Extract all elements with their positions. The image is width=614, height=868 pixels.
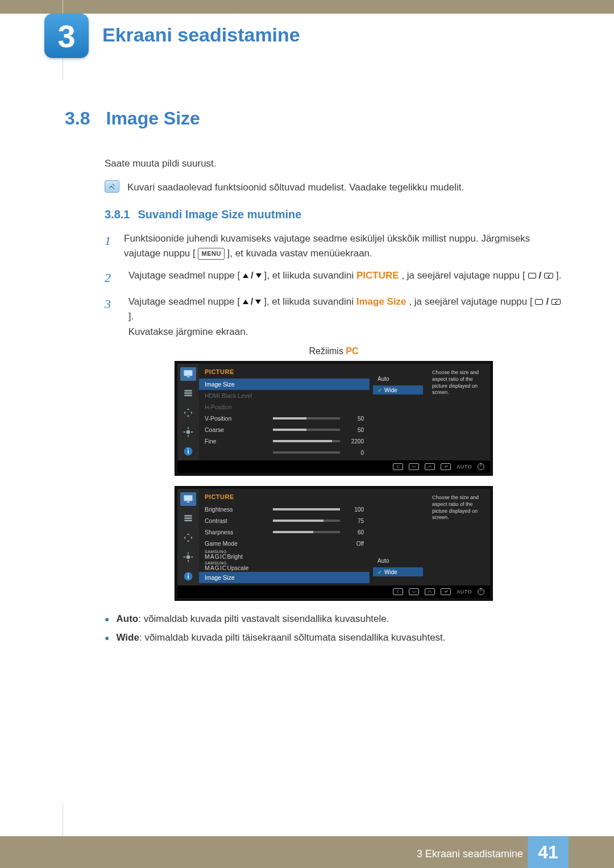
osd-row: Brightness100 [199, 504, 370, 515]
left-icon [393, 463, 403, 470]
step-2: 2 Vajutage seadmel nuppe [ / ], et liiku… [105, 268, 563, 288]
chapter-badge: 3 [44, 14, 89, 58]
section-heading: 3.8 Image Size [65, 108, 563, 129]
section-title: Image Size [106, 108, 200, 129]
step-text: ], et liikuda suvandini [264, 270, 356, 281]
svg-rect-2 [184, 390, 192, 392]
step-text: , ja seejärel vajutage nuppu [ [401, 270, 525, 281]
footer-chapter: 3 Ekraani seadistamine [417, 848, 523, 860]
osd-side-icons [177, 364, 199, 460]
intro-text: Saate muuta pildi suurust. [105, 156, 563, 171]
bullet-wide: ● Wide: võimaldab kuvada pilti täisekraa… [105, 630, 563, 645]
power-icon [478, 463, 484, 470]
osd-options: Auto ✔Wide [370, 364, 426, 460]
power-icon [478, 588, 484, 595]
step-1: 1 Funktsioonide juhendi kuvamiseks vajut… [105, 231, 563, 261]
svg-rect-25 [188, 574, 189, 575]
top-band [0, 0, 614, 14]
osd-row: Contrast75 [199, 515, 370, 526]
move-icon [180, 531, 196, 545]
move-icon [180, 406, 196, 420]
info-icon [180, 445, 196, 458]
monitor-icon [180, 367, 196, 381]
osd-row: Sharpness60 [199, 526, 370, 538]
monitor-icon [180, 492, 196, 506]
osd-row: 0 [199, 447, 370, 458]
svg-rect-0 [184, 370, 193, 376]
note-text: Kuvari saadaolevad funktsioonid sõltuvad… [127, 180, 464, 195]
osd-row: SAMSUNGMAGICUpscale [199, 560, 370, 572]
auto-label: AUTO [457, 589, 472, 595]
osd-tooltip: Choose the size and aspect ratio of the … [426, 364, 490, 460]
bullet-dot-icon: ● [105, 611, 109, 626]
svg-rect-4 [184, 395, 192, 397]
svg-rect-8 [184, 431, 185, 433]
svg-rect-19 [188, 553, 189, 554]
osd-row: V-Position50 [199, 413, 370, 424]
osd-row: Coarse50 [199, 424, 370, 435]
option-wide: ✔Wide [373, 385, 423, 394]
svg-rect-20 [188, 560, 189, 562]
osd-footer: AUTO [177, 460, 490, 473]
svg-rect-13 [184, 495, 193, 501]
svg-point-5 [186, 430, 190, 434]
step-text: Vajutage seadmel nuppe [ [128, 296, 240, 307]
page: 3 Ekraani seadistamine 3.8 Image Size Sa… [0, 0, 614, 868]
svg-rect-17 [184, 520, 192, 522]
svg-rect-24 [188, 575, 189, 579]
osd-title: PICTURE [199, 366, 370, 379]
down-icon [409, 588, 419, 595]
osd-menu-list: PICTURE Image SizeHDMI Black LevelH-Posi… [199, 364, 370, 460]
svg-rect-16 [184, 517, 192, 519]
osd-title: PICTURE [199, 491, 370, 504]
step-text: ], et liikuda suvandini [264, 296, 356, 307]
osd-tooltip: Choose the size and aspect ratio of the … [426, 489, 490, 585]
svg-rect-21 [184, 556, 185, 558]
footer-rule [63, 804, 63, 836]
osd-menu-list: PICTURE Brightness100Contrast75Sharpness… [199, 489, 370, 585]
up-down-icon: / [243, 294, 262, 309]
option-auto: Auto [373, 374, 423, 383]
osd-panel-2: PICTURE Brightness100Contrast75Sharpness… [175, 486, 493, 601]
step-number: 1 [105, 231, 114, 261]
osd-row: Fine2200 [199, 435, 370, 447]
enter-icon: / [535, 294, 561, 309]
auto-label: AUTO [457, 464, 472, 470]
enter-icon: / [528, 268, 554, 283]
svg-rect-7 [188, 435, 189, 437]
list-icon [180, 387, 196, 400]
up-icon [425, 463, 435, 470]
gear-icon [180, 550, 196, 564]
svg-rect-11 [188, 450, 189, 454]
osd-footer: AUTO [177, 585, 490, 598]
note: Kuvari saadaolevad funktsioonid sõltuvad… [105, 180, 563, 195]
osd-options: Auto ✔Wide [370, 489, 426, 585]
svg-rect-14 [187, 501, 190, 502]
bullet-auto: ● Auto: võimaldab kuvada pilti vastavalt… [105, 611, 563, 626]
osd-row: H-Position [199, 401, 370, 413]
subsection-title: Suvandi Image Size muutmine [138, 208, 301, 221]
step-text: ]. [556, 270, 561, 281]
gear-icon [180, 425, 196, 439]
osd-side-icons [177, 489, 199, 585]
svg-point-18 [186, 555, 190, 559]
osd-panel-1: PICTURE Image SizeHDMI Black LevelH-Posi… [175, 361, 493, 476]
svg-rect-1 [187, 376, 190, 377]
osd-row: Image Size [199, 572, 370, 583]
bullet-dot-icon: ● [105, 630, 109, 645]
svg-rect-12 [188, 448, 189, 450]
section-number: 3.8 [65, 108, 90, 129]
step-text: ], et kuvada vastav menüüekraan. [227, 248, 372, 259]
step-text: ]. [128, 311, 134, 322]
osd-row: SAMSUNGMAGICBright [199, 549, 370, 560]
menu-button-icon: MENU [198, 248, 224, 260]
svg-rect-3 [184, 392, 192, 394]
svg-rect-9 [191, 431, 193, 433]
up-icon [425, 588, 435, 595]
up-down-icon: / [243, 268, 262, 283]
osd-row: Game ModeOff [199, 538, 370, 549]
option-auto: Auto [373, 556, 423, 565]
osd-row: Image Size [199, 379, 370, 390]
content: 3.8 Image Size Saate muuta pildi suurust… [65, 108, 563, 649]
info-icon [180, 570, 196, 583]
